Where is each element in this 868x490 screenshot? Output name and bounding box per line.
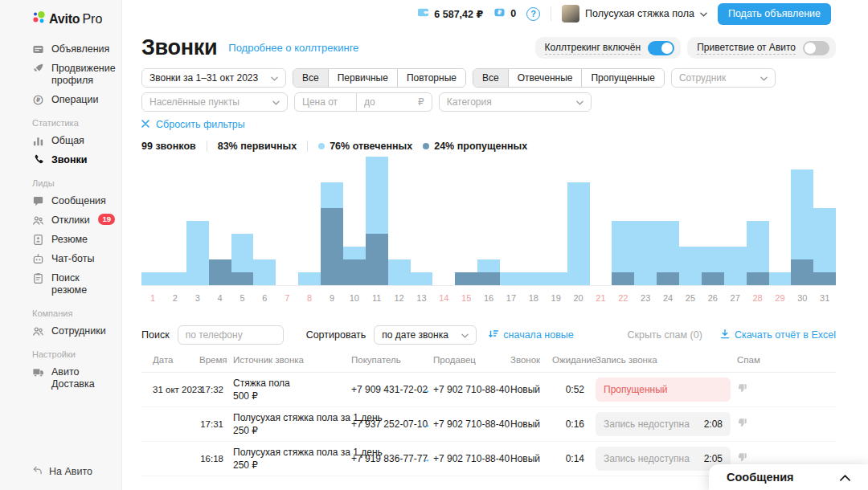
wallet-balance[interactable]: 6 587,42 ₽ (417, 6, 483, 21)
sidebar-item-responses[interactable]: Отклики 19 (32, 214, 121, 227)
sort-order-toggle[interactable]: сначала новые (489, 329, 573, 341)
speech-bubble-icon (32, 195, 44, 207)
wait-time: 0:52 (552, 384, 588, 395)
x-axis-label: 31 (813, 293, 836, 303)
account-menu[interactable]: Полусухая стяжка пола (562, 5, 707, 22)
answered-bar-segment (298, 272, 321, 285)
price-to-input[interactable] (357, 96, 418, 108)
sidebar-item-chatbots[interactable]: Чат-боты (32, 253, 121, 265)
price-from-input[interactable] (295, 96, 356, 108)
bar-day-1 (141, 272, 164, 285)
answered-bar-segment (724, 247, 747, 285)
bar-day-2 (164, 272, 186, 285)
promotion-icon (32, 63, 44, 75)
export-excel-link[interactable]: Скачать отчёт в Excel (720, 329, 836, 341)
buyer-phone: +7 937 252-07-10 (351, 419, 419, 430)
sort-value: по дате звонка (382, 329, 448, 341)
chevron-up-icon[interactable] (840, 471, 850, 484)
wallet-icon (417, 6, 429, 21)
call-type: Новый (510, 419, 552, 430)
search-input[interactable] (178, 325, 284, 345)
x-axis-label: 16 (477, 293, 500, 303)
chart-bars (141, 157, 836, 286)
segment-type-primary[interactable]: Первичные (328, 69, 397, 87)
segment-status-all[interactable]: Все (473, 69, 508, 87)
calltracking-switch[interactable] (648, 41, 674, 55)
sidebar-item-operations[interactable]: ₽ Операции (32, 94, 121, 106)
segment-status-answered[interactable]: Отвеченные (508, 69, 582, 87)
x-axis-label: 7 (276, 293, 298, 303)
answered-bar-segment (657, 221, 679, 272)
bar-chart-icon (32, 135, 44, 147)
call-record-badge[interactable]: Запись недоступна 2:08 (596, 412, 731, 436)
calls-bar-chart: 1234567891011121314151617181920212223242… (141, 157, 836, 303)
bar-day-20 (567, 182, 590, 285)
sort-select[interactable]: по дате звонка (374, 325, 477, 345)
seller-phone: +7 902 710-88-40 (433, 419, 510, 430)
missed-bar-segment (209, 259, 231, 285)
missed-bar-segment (791, 259, 813, 285)
period-select[interactable]: Звонки за 1–31 окт 2023 (141, 68, 286, 88)
people-icon (32, 214, 44, 227)
call-time: 17:32 (199, 385, 227, 394)
mark-spam-button[interactable] (734, 452, 836, 465)
reset-filters-link[interactable]: Сбросить фильтры (141, 119, 245, 130)
sidebar-item-messages[interactable]: Сообщения (32, 195, 121, 207)
messages-panel[interactable]: Сообщения (709, 464, 868, 490)
call-direction-arrow-icon: → (419, 384, 433, 395)
sidebar-item-resume-search[interactable]: Поиск резюме (32, 272, 121, 296)
table-tools-row: Поиск Сортировать по дате звонка сначала… (141, 325, 836, 345)
chevron-down-icon (700, 8, 707, 19)
sidebar-item-resume[interactable]: Резюме (32, 234, 121, 246)
calltracking-toggle-chip[interactable]: Коллтрекинг включён (535, 37, 682, 59)
bar-day-13 (411, 272, 433, 285)
segment-type-all[interactable]: Все (293, 69, 328, 87)
hide-spam-link[interactable]: Скрыть спам (0) (627, 329, 702, 341)
answered-bar-segment (813, 208, 836, 272)
call-record-badge[interactable]: Пропущенный (596, 378, 731, 402)
bar-day-19 (545, 272, 567, 285)
sidebar-item-stats-overall[interactable]: Общая (32, 135, 121, 147)
sidebar-item-avito-delivery[interactable]: Авито Доставка (32, 366, 121, 390)
segment-status-missed[interactable]: Пропущенные (581, 69, 663, 87)
chart-x-axis: 1234567891011121314151617181920212223242… (141, 293, 836, 303)
calltracking-info-link[interactable]: Подробнее о коллтрекинге (228, 42, 358, 54)
bonus-counter[interactable]: ₽ 0 (493, 6, 516, 21)
x-axis-label: 25 (679, 293, 702, 303)
bar-day-10 (343, 247, 366, 285)
table-row[interactable]: 31 окт 2023 17:32 Стяжка пола 500 ₽ +7 9… (141, 373, 836, 407)
x-axis-label: 29 (769, 293, 792, 303)
call-direction-arrow-icon: → (419, 419, 433, 430)
category-select[interactable]: Категория (439, 92, 592, 112)
table-row[interactable]: 17:31 Полусухая стяжка пола за 1 день 25… (141, 407, 836, 442)
avito-logo-icon (32, 10, 46, 27)
missed-bar-segment (747, 272, 769, 285)
sidebar-item-listings[interactable]: Объявления (32, 43, 121, 55)
download-icon (720, 329, 730, 341)
sidebar-item-label: Продвижение профиля (51, 63, 116, 87)
sidebar-item-promotion[interactable]: Продвижение профиля (32, 63, 121, 87)
answered-bar-segment (522, 272, 545, 285)
greeting-switch[interactable] (803, 41, 829, 55)
answered-bar-segment (231, 234, 254, 272)
help-icon[interactable]: ? (526, 7, 540, 21)
sidebar-item-calls[interactable]: Звонки (32, 154, 121, 166)
cities-select[interactable]: Населённые пункты (141, 92, 288, 112)
bar-day-12 (388, 259, 411, 285)
mark-spam-button[interactable] (734, 418, 836, 431)
mark-spam-button[interactable] (734, 383, 836, 396)
call-type: Новый (510, 453, 552, 464)
back-to-avito-link[interactable]: На Авито (32, 465, 92, 478)
bar-day-26 (702, 247, 724, 285)
avito-pro-logo[interactable]: Avito Pro (32, 10, 121, 27)
post-ad-button[interactable]: Подать объявление (718, 3, 831, 25)
greeting-toggle-chip[interactable]: Приветствие от Авито (687, 37, 836, 59)
segment-type-repeat[interactable]: Повторные (397, 69, 465, 87)
sidebar-item-employees[interactable]: Сотрудники (32, 325, 121, 337)
sidebar-item-label: Чат-боты (51, 253, 94, 265)
x-axis-label: 10 (343, 293, 366, 303)
employee-select[interactable]: Сотрудник (671, 68, 776, 88)
call-direction-arrow-icon: → (419, 453, 433, 464)
x-axis-label: 5 (231, 293, 254, 303)
table-header-row: Дата Время Источник звонка Покупатель Пр… (141, 355, 836, 373)
